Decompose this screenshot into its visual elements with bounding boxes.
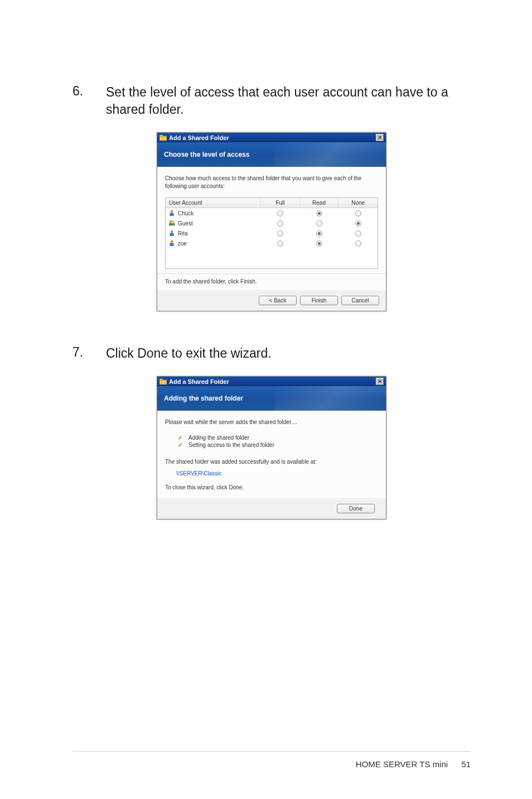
back-label: < Back [269,297,287,304]
close-button[interactable]: ✕ [376,134,384,141]
dialog-access-level: Add a Shared Folder ✕ Choose the level o… [157,132,386,311]
radio-read[interactable] [316,220,322,227]
radio-full[interactable] [277,240,283,247]
radio-full[interactable] [277,210,283,216]
radio-cell [261,230,300,237]
radio-read[interactable] [316,210,322,216]
radio-cell [261,240,300,247]
col-user-account: User Account [166,198,261,208]
radio-cell [300,220,339,227]
radio-none[interactable] [355,240,361,247]
user-cell: Guest [166,219,261,228]
radio-none[interactable] [355,210,361,216]
user-name: Guest [178,220,193,227]
user-icon [168,229,176,237]
radio-read[interactable] [316,230,322,237]
radio-read[interactable] [316,240,322,247]
step-text: Click Done to exit the wizard. [106,345,471,362]
done-button[interactable]: Done [337,504,375,513]
user-icon [168,239,176,247]
user-cell: Chuck [166,209,261,218]
share-path: \\SERVER\Classic [176,470,378,476]
radio-none[interactable] [355,230,361,237]
folder-icon [159,378,167,385]
radio-none[interactable] [355,220,361,227]
col-read: Read [300,198,339,208]
folder-icon [159,134,167,141]
dialog-title: Add a Shared Folder [169,134,229,141]
svg-rect-1 [159,135,163,137]
radio-cell [261,210,300,216]
dialog-banner: Adding the shared folder [157,386,386,411]
dialog-title: Add a Shared Folder [169,378,229,385]
done-label: Done [349,506,362,512]
svg-point-6 [172,221,175,223]
please-wait-text: Please wait while the server adds the sh… [165,418,378,426]
instruction-text: Choose how much access to the shared fol… [165,175,378,190]
cancel-button[interactable]: Cancel [341,296,379,305]
user-cell: zoe [166,239,261,248]
success-text: The shared folder was added successfully… [165,459,378,465]
step-6: 6. Set the level of access that each use… [72,84,471,118]
dialog-banner: Choose the level of access [157,142,386,167]
svg-rect-3 [170,213,174,216]
success-block: The shared folder was added successfully… [165,459,378,490]
table-body: ChuckGuestRitazoe [166,208,378,268]
dialog-adding-folder: Add a Shared Folder ✕ Adding the shared … [157,376,386,519]
cancel-label: Cancel [351,297,369,304]
table-row: Guest [166,218,378,228]
table-header: User Account Full Read None [166,198,378,208]
radio-cell [300,210,339,216]
svg-rect-11 [170,243,174,247]
finish-button[interactable]: Finish [300,296,338,305]
titlebar: Add a Shared Folder ✕ [157,133,386,142]
dialog-buttons: < Back Finish Cancel [157,290,386,311]
step-number: 6. [72,84,106,118]
table-row: Rita [166,228,378,238]
user-icon [168,219,176,227]
svg-point-4 [170,220,172,223]
table-row: Chuck [166,208,378,218]
user-cell: Rita [166,229,261,238]
task-list: ✓Adding the shared folder✓Setting access… [176,434,378,449]
banner-title: Adding the shared folder [164,394,243,402]
user-icon [168,209,176,217]
radio-cell [338,230,378,237]
bottom-instruction: To add the shared folder, click Finish. [157,273,386,290]
page-footer: HOME SERVER TS mini 51 [72,751,471,769]
table-row: zoe [166,238,378,248]
col-full: Full [261,198,300,208]
check-icon: ✓ [176,442,184,448]
dialog-body: Please wait while the server adds the sh… [157,411,386,498]
radio-cell [300,240,339,247]
svg-rect-13 [159,379,163,381]
dialog-buttons: Done [157,498,386,519]
task-row: ✓Setting access to the shared folder [176,441,378,449]
radio-cell [338,210,378,216]
close-instruction: To close this wizard, click Done. [165,484,378,490]
back-button[interactable]: < Back [259,296,297,305]
user-name: zoe [178,240,187,247]
svg-rect-7 [172,223,175,226]
radio-full[interactable] [277,220,283,227]
user-name: Rita [178,230,188,237]
step-7: 7. Click Done to exit the wizard. [72,345,471,362]
radio-cell [300,230,339,237]
footer-label: HOME SERVER TS mini [356,759,448,769]
radio-full[interactable] [277,230,283,237]
svg-point-8 [171,230,173,233]
col-none: None [338,198,378,208]
footer-page: 51 [461,759,471,769]
finish-label: Finish [312,297,327,304]
step-text: Set the level of access that each user a… [106,84,471,118]
svg-rect-9 [170,233,174,237]
svg-point-10 [171,240,173,243]
close-button[interactable]: ✕ [376,378,384,385]
radio-cell [338,220,378,227]
task-row: ✓Adding the shared folder [176,434,378,441]
svg-point-2 [171,210,173,213]
radio-cell [261,220,300,227]
step-number: 7. [72,345,106,362]
task-label: Adding the shared folder [188,435,249,441]
titlebar: Add a Shared Folder ✕ [157,377,386,386]
